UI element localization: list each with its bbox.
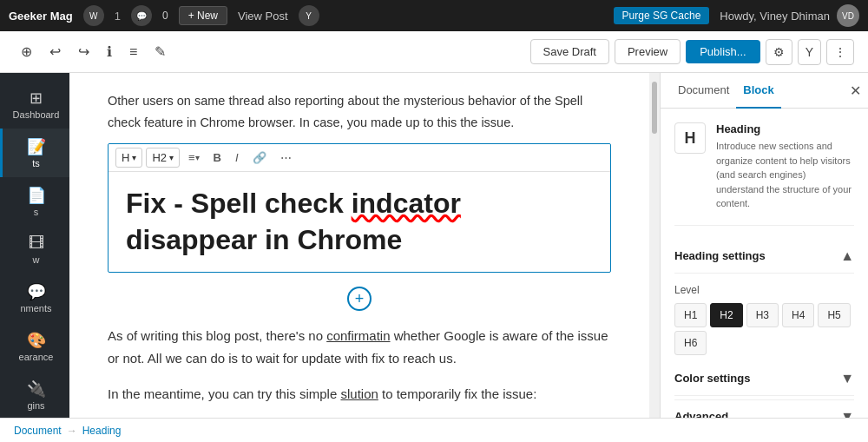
add-block-inline-button[interactable]: + [347, 287, 372, 311]
more-options-button[interactable]: ⋮ [826, 39, 854, 65]
h-label: H [122, 151, 129, 164]
edit-button[interactable]: ✎ [148, 38, 173, 65]
new-button[interactable]: + New [179, 6, 227, 25]
sidebar-item-label: ts [6, 158, 66, 168]
breadcrumb-heading[interactable]: Heading [82, 425, 122, 437]
level-h5-button[interactable]: H5 [818, 303, 850, 327]
color-settings-toggle-icon: ▼ [840, 371, 854, 386]
brand-name: Geeker Mag [9, 10, 73, 23]
paragraph-2: In the meantime, you can try this simple… [108, 383, 611, 406]
right-panel: Document Block ✕ H Heading Introduce new… [660, 73, 868, 418]
sidebar-item-appearance[interactable]: 🎨 earance [0, 322, 69, 371]
editor-content: Other users on same thread also reportin… [73, 73, 646, 418]
panel-close-button[interactable]: ✕ [850, 82, 861, 99]
toolbar-right: Save Draft Preview Publish... ⚙ Y ⋮ [530, 39, 855, 65]
tab-block[interactable]: Block [736, 73, 780, 109]
advanced-header[interactable]: Advanced ▼ [674, 400, 854, 419]
panel-tabs: Document Block ✕ [661, 73, 868, 109]
block-name-label: Heading [716, 122, 854, 135]
appearance-icon: 🎨 [6, 331, 66, 350]
chevron-down-icon: ▾ [132, 153, 136, 162]
sidebar-item-media[interactable]: 🎞 w [0, 226, 69, 274]
more-block-options-button[interactable]: ⋯ [275, 148, 297, 168]
block-icon: H [674, 122, 706, 154]
advanced-section: Advanced ▼ [674, 400, 854, 419]
sidebar-item-pages[interactable]: 📄 s [0, 177, 69, 226]
level-h1-button[interactable]: H1 [674, 303, 707, 327]
sidebar-item-label: nments [6, 303, 66, 313]
block-description: Introduce new sections and organize cont… [716, 139, 854, 211]
italic-button[interactable]: I [230, 148, 244, 168]
level-h6-button[interactable]: H6 [674, 331, 707, 355]
heading-settings-toggle-icon: ▲ [840, 248, 854, 264]
howdy-text: Howdy, Viney Dhiman [720, 10, 830, 23]
save-draft-button[interactable]: Save Draft [530, 39, 609, 64]
advanced-toggle-icon: ▼ [840, 409, 854, 419]
paragraph-1: As of writing this blog post, there's no… [108, 325, 611, 369]
sidebar-item-label: s [6, 207, 66, 217]
sidebar: ⊞ Dashboard 📝 ts 📄 s 🎞 w 💬 nments 🎨 eara… [0, 73, 69, 418]
scrollbar[interactable] [649, 73, 660, 418]
align-button[interactable]: ≡ ▾ [183, 148, 205, 168]
block-toolbar: H ▾ H2 ▾ ≡ ▾ B I 🔗 [108, 144, 610, 172]
yoast-button[interactable]: Y [798, 39, 821, 65]
media-icon: 🎞 [6, 234, 66, 253]
heading-type-select[interactable]: H ▾ [115, 148, 142, 168]
level-h2-button[interactable]: H2 [710, 303, 742, 327]
yoast-icon: Y [299, 5, 319, 26]
heading-settings-header[interactable]: Heading settings ▲ [674, 240, 854, 274]
sidebar-item-label: gins [6, 400, 66, 411]
plugins-icon: 🔌 [6, 379, 66, 399]
settings-gear-button[interactable]: ⚙ [766, 39, 792, 65]
color-settings-section: Color settings ▼ [674, 362, 854, 400]
typo-slution: slution [340, 386, 378, 401]
heading-level-select[interactable]: H2 ▾ [146, 148, 180, 168]
redo-button[interactable]: ↪ [71, 38, 96, 65]
editor-area[interactable]: Other users on same thread also reportin… [69, 73, 649, 418]
add-block-button[interactable]: ⊕ [14, 38, 39, 65]
add-block-area: + [108, 287, 611, 311]
view-post-link[interactable]: View Post [238, 10, 288, 23]
comment-icon: 💬 [131, 5, 152, 26]
preview-button[interactable]: Preview [615, 39, 681, 64]
sidebar-item-plugins[interactable]: 🔌 gins [0, 371, 69, 418]
heading-text[interactable]: Fix - Spell check indcator disappear in … [108, 172, 610, 272]
comments-icon: 💬 [6, 282, 66, 301]
link-button[interactable]: 🔗 [247, 148, 272, 168]
sidebar-item-label: w [6, 254, 66, 265]
chevron-down-icon-h2: ▾ [169, 153, 174, 162]
info-button[interactable]: ℹ [100, 38, 119, 65]
level-h4-button[interactable]: H4 [782, 303, 814, 327]
scroll-thumb[interactable] [652, 82, 657, 134]
publish-button[interactable]: Publish... [686, 40, 760, 63]
sidebar-item-comments[interactable]: 💬 nments [0, 274, 69, 322]
sidebar-item-dashboard[interactable]: ⊞ Dashboard [0, 80, 69, 129]
top-bar: Geeker Mag W 1 💬 0 + New View Post Y Pur… [0, 0, 868, 31]
block-info: H Heading Introduce new sections and org… [674, 122, 854, 226]
editor-toolbar: ⊕ ↩ ↪ ℹ ≡ ✎ Save Draft Preview Publish..… [0, 31, 868, 73]
level-h3-button[interactable]: H3 [746, 303, 779, 327]
level-label: Level [674, 284, 854, 296]
breadcrumb-separator: → [67, 425, 77, 437]
chevron-down-icon-align: ▾ [195, 153, 200, 162]
undo-button[interactable]: ↩ [43, 38, 68, 65]
dashboard-icon: ⊞ [6, 89, 66, 108]
purge-cache-button[interactable]: Purge SG Cache [614, 7, 710, 24]
sidebar-item-posts[interactable]: 📝 ts [0, 129, 69, 177]
tab-document[interactable]: Document [671, 73, 736, 109]
posts-icon: 📝 [6, 137, 66, 156]
sidebar-item-label: Dashboard [6, 109, 66, 120]
pages-icon: 📄 [6, 186, 66, 205]
bold-button[interactable]: B [208, 148, 227, 168]
heading-block[interactable]: H ▾ H2 ▾ ≡ ▾ B I 🔗 [108, 143, 611, 273]
level-buttons: H1 H2 H3 H4 H5 H6 [674, 303, 854, 355]
sidebar-item-label: earance [6, 352, 66, 362]
breadcrumb-document[interactable]: Document [14, 425, 62, 437]
main-layout: ⊞ Dashboard 📝 ts 📄 s 🎞 w 💬 nments 🎨 eara… [0, 73, 868, 418]
block-details: Heading Introduce new sections and organ… [716, 122, 854, 211]
wp-icon: W [83, 5, 104, 26]
editor-wrapper: Other users on same thread also reportin… [69, 73, 660, 418]
list-view-button[interactable]: ≡ [122, 39, 144, 65]
align-icon: ≡ [188, 151, 195, 164]
color-settings-header[interactable]: Color settings ▼ [674, 362, 854, 396]
